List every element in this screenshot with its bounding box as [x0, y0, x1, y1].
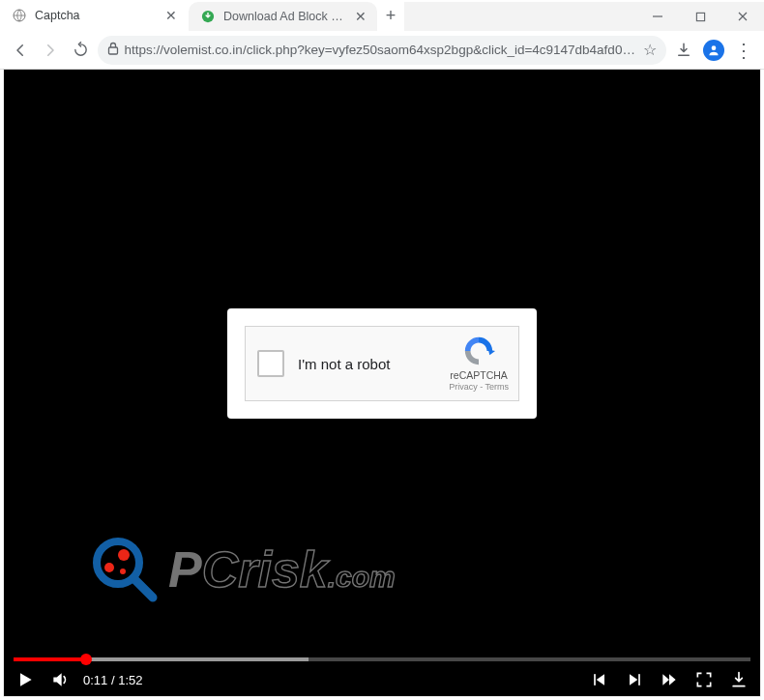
next-button[interactable]: [623, 668, 646, 691]
svg-marker-5: [488, 350, 495, 356]
captcha-checkbox[interactable]: [257, 350, 284, 377]
close-icon[interactable]: ✕: [354, 9, 367, 24]
progress-bar[interactable]: [14, 657, 750, 661]
video-stage[interactable]: I'm not a robot reCAPTCHA Privacy - Term…: [4, 70, 760, 657]
recaptcha-links[interactable]: Privacy - Terms: [449, 382, 509, 393]
volume-button[interactable]: [48, 668, 72, 691]
new-tab-button[interactable]: +: [377, 0, 404, 31]
window-controls: [636, 2, 764, 31]
recaptcha-logo-icon: [462, 335, 495, 367]
skip-button[interactable]: [658, 668, 681, 691]
close-icon[interactable]: ✕: [163, 8, 179, 23]
avatar-icon: [703, 40, 724, 61]
url-text: https://volemist.co.in/click.php?key=vyf…: [125, 43, 638, 57]
captcha-card: I'm not a robot reCAPTCHA Privacy - Term…: [227, 308, 537, 419]
profile-button[interactable]: [700, 36, 726, 65]
close-window-button[interactable]: [721, 2, 764, 31]
forward-button[interactable]: [38, 36, 64, 65]
tab-captcha[interactable]: Captcha ✕: [0, 0, 189, 31]
minimize-button[interactable]: [636, 2, 679, 31]
svg-point-4: [711, 45, 716, 50]
browser-toolbar: https://volemist.co.in/click.php?key=vyf…: [0, 31, 764, 70]
svg-marker-16: [662, 674, 669, 685]
lock-icon: [107, 42, 119, 58]
svg-marker-17: [669, 674, 676, 685]
fullscreen-button[interactable]: [692, 668, 716, 691]
recaptcha-name: reCAPTCHA: [449, 369, 509, 382]
svg-point-8: [118, 549, 130, 561]
progress-fill: [14, 657, 86, 661]
maximize-button[interactable]: [679, 2, 721, 31]
prev-button[interactable]: [588, 668, 611, 691]
address-bar[interactable]: https://volemist.co.in/click.php?key=vyf…: [98, 36, 667, 65]
title-bar: Captcha ✕ Download Ad Block Genius ✕ +: [0, 0, 764, 31]
back-button[interactable]: [8, 36, 34, 65]
svg-point-9: [104, 563, 114, 572]
svg-rect-3: [108, 47, 117, 54]
magnifier-bug-icon: [91, 536, 159, 603]
svg-point-10: [120, 569, 126, 574]
tab-adblock[interactable]: Download Ad Block Genius ✕: [189, 2, 377, 31]
download-video-button[interactable]: [727, 668, 750, 691]
captcha-widget[interactable]: I'm not a robot reCAPTCHA Privacy - Term…: [245, 326, 519, 401]
captcha-label: I'm not a robot: [298, 356, 435, 372]
pcrisk-watermark: PCrisk.com: [91, 536, 396, 603]
download-favicon-icon: [200, 9, 216, 24]
recaptcha-brand: reCAPTCHA Privacy - Terms: [449, 335, 509, 392]
globe-icon: [12, 8, 27, 23]
svg-line-7: [133, 578, 153, 598]
play-button[interactable]: [14, 668, 37, 691]
svg-rect-15: [638, 674, 640, 685]
svg-marker-12: [597, 674, 604, 685]
video-area: I'm not a robot reCAPTCHA Privacy - Term…: [4, 70, 760, 696]
reload-button[interactable]: [68, 36, 94, 65]
bookmark-star-icon[interactable]: ☆: [643, 41, 657, 59]
video-control-bar: 0:11 / 1:52: [4, 657, 760, 696]
svg-marker-11: [20, 673, 32, 685]
menu-button[interactable]: ⋮: [730, 36, 756, 65]
tab-label: Download Ad Block Genius: [223, 10, 346, 23]
svg-rect-2: [696, 13, 704, 20]
watermark-text: PCrisk.com: [168, 540, 396, 598]
tab-label: Captcha: [35, 9, 156, 22]
downloads-button[interactable]: [670, 36, 696, 65]
title-drag-region: [404, 2, 636, 31]
svg-rect-13: [594, 674, 596, 685]
video-time: 0:11 / 1:52: [83, 673, 142, 687]
svg-marker-14: [630, 674, 637, 685]
